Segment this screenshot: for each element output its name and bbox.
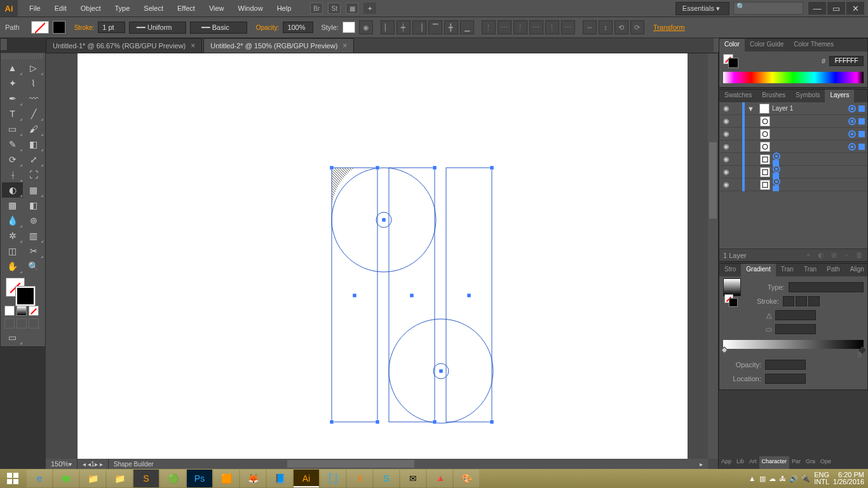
menu-effect[interactable]: Effect — [171, 2, 201, 15]
tray-overflow-icon[interactable]: ▲ — [749, 475, 756, 482]
menu-object[interactable]: Object — [74, 2, 107, 15]
pencil-tool[interactable]: ✎ — [2, 137, 23, 152]
line-tool[interactable]: ╱ — [23, 106, 44, 121]
visibility-toggle-icon[interactable]: ◉ — [719, 155, 733, 163]
tray-network-icon[interactable]: 🖧 — [779, 475, 786, 483]
tray-volume-icon[interactable]: 🔊 — [789, 475, 798, 483]
tab-artboards[interactable]: Art — [747, 456, 759, 469]
transform-link[interactable]: Transform — [653, 24, 685, 31]
dist-1-icon[interactable]: ⋮ — [482, 20, 496, 34]
rotate-tool[interactable]: ⟳ — [2, 152, 23, 167]
tab-opentype[interactable]: Ope — [818, 456, 834, 469]
blend-tool[interactable]: ⊚ — [23, 213, 44, 228]
task-ie-icon[interactable]: e — [27, 470, 52, 487]
canvas[interactable] — [78, 53, 688, 460]
task-wamp-icon[interactable]: 🟧 — [214, 470, 239, 487]
mesh-tool[interactable]: ▩ — [2, 198, 23, 213]
stroke-weight-field[interactable]: 1 pt — [98, 22, 125, 33]
type-tool[interactable]: T — [2, 106, 23, 121]
target-icon[interactable] — [773, 178, 780, 186]
task-explorer-icon[interactable]: 📁 — [80, 470, 105, 487]
task-store-icon[interactable]: 🛍 — [53, 470, 79, 487]
minimize-button[interactable]: — — [808, 2, 826, 15]
artboard-nav[interactable]: ◂ ◂ 1 ▸ ▸ — [78, 459, 109, 469]
target-icon[interactable] — [773, 152, 780, 160]
rectangle-tool[interactable]: ▭ — [2, 121, 23, 137]
screen-mode-tool[interactable]: ▭ — [2, 330, 23, 345]
gradient-tool[interactable]: ◧ — [23, 198, 44, 213]
selection-tool[interactable]: ▲ — [2, 60, 23, 76]
task-firefox-icon[interactable]: 🦊 — [240, 470, 266, 487]
width-tool[interactable]: ⟊ — [2, 167, 23, 182]
stroke-grad-2-icon[interactable] — [796, 296, 807, 306]
target-icon[interactable] — [848, 118, 856, 125]
zoom-tool[interactable]: 🔍 — [23, 259, 44, 274]
panel-grip[interactable] — [2, 54, 44, 59]
color-spectrum[interactable] — [723, 72, 864, 83]
grad-location-field[interactable] — [765, 374, 806, 384]
task-sublime-icon[interactable]: S — [133, 470, 159, 487]
pen-tool[interactable]: ✒ — [2, 91, 23, 106]
visibility-toggle-icon[interactable]: ◉ — [719, 180, 733, 189]
target-icon[interactable] — [848, 143, 856, 151]
search-input[interactable]: 🔍 — [733, 2, 803, 15]
task-vlc-icon[interactable]: 🔺 — [427, 470, 452, 487]
layer-row-parent[interactable]: ◉ ▼ Layer 1 — [719, 102, 867, 115]
tab-pathfinder[interactable]: Path — [822, 264, 845, 276]
eyedropper-tool[interactable]: 💧 — [2, 213, 23, 228]
dist-2-icon[interactable]: ⋯ — [498, 20, 512, 34]
opacity-field[interactable]: 100% — [283, 22, 313, 33]
gradient-mode-icon[interactable] — [17, 306, 27, 316]
tab-transform[interactable]: Tran — [799, 264, 822, 276]
menu-window[interactable]: Window — [232, 2, 269, 15]
locate-object-icon[interactable]: ⌖ — [804, 251, 813, 260]
tab-character[interactable]: Character — [759, 456, 790, 469]
stroke-grad-1-icon[interactable] — [783, 296, 794, 306]
stroke-indicator[interactable] — [16, 287, 35, 306]
task-mail-icon[interactable]: ✉ — [400, 470, 426, 487]
tray-cloud-icon[interactable]: ☁ — [769, 475, 776, 483]
eraser-tool[interactable]: ◧ — [23, 137, 44, 152]
draw-normal-icon[interactable] — [4, 318, 15, 329]
draw-behind-icon[interactable] — [17, 318, 27, 329]
align-right-icon[interactable]: ▕ — [412, 20, 426, 34]
free-transform-tool[interactable]: ⛶ — [23, 167, 44, 182]
tab-gradient[interactable]: Gradient — [741, 264, 775, 276]
target-icon[interactable] — [773, 165, 780, 173]
align-vcenter-icon[interactable]: ╋ — [444, 20, 458, 34]
dist-3-icon[interactable]: ⋮ — [513, 20, 527, 34]
graph-tool[interactable]: ▥ — [23, 228, 44, 243]
close-tab-icon[interactable]: × — [191, 41, 195, 50]
tab-stroke[interactable]: Stro — [719, 264, 741, 276]
recolor-icon[interactable]: ◉ — [359, 20, 373, 34]
gradient-aspect-field[interactable] — [775, 324, 816, 334]
stroke-profile-dropdown[interactable]: ━━ Uniform — [129, 22, 186, 34]
hand-tool[interactable]: ✋ — [2, 259, 23, 274]
xform-1-icon[interactable]: ↔ — [583, 20, 597, 34]
task-paint-icon[interactable]: 🎨 — [454, 470, 479, 487]
visibility-toggle-icon[interactable]: ◉ — [719, 142, 733, 151]
fill-stroke-controls[interactable] — [2, 276, 44, 304]
tab-appearance[interactable]: App — [719, 456, 734, 469]
tab-symbols[interactable]: Symbols — [790, 90, 825, 102]
zoom-dropdown[interactable]: 150% ▾ — [46, 459, 78, 469]
menu-help[interactable]: Help — [271, 2, 298, 15]
tray-clock[interactable]: 6:20 PM1/26/2016 — [833, 471, 864, 485]
brush-dropdown[interactable]: ━━ Basic — [190, 22, 247, 34]
target-icon[interactable] — [848, 105, 856, 112]
paintbrush-tool[interactable]: 🖌 — [23, 121, 44, 137]
visibility-toggle-icon[interactable]: ◉ — [719, 104, 733, 112]
task-xampp-icon[interactable]: X — [347, 470, 372, 487]
shape-builder-tool[interactable]: ◐ — [2, 182, 23, 198]
dist-5-icon[interactable]: ⋮ — [545, 20, 559, 34]
slice-tool[interactable]: ✂ — [23, 243, 44, 259]
target-icon[interactable] — [848, 130, 856, 138]
task-notepad-icon[interactable]: 📘 — [267, 470, 292, 487]
delete-layer-icon[interactable]: 🗑 — [855, 251, 864, 260]
none-mode-icon[interactable] — [29, 306, 39, 316]
scale-tool[interactable]: ⤢ — [23, 152, 44, 167]
artboard-tool[interactable]: ◫ — [2, 243, 23, 259]
tab-align[interactable]: Align — [845, 264, 868, 276]
align-top-icon[interactable]: ▔ — [428, 20, 442, 34]
stroke-swatch[interactable] — [53, 21, 65, 34]
